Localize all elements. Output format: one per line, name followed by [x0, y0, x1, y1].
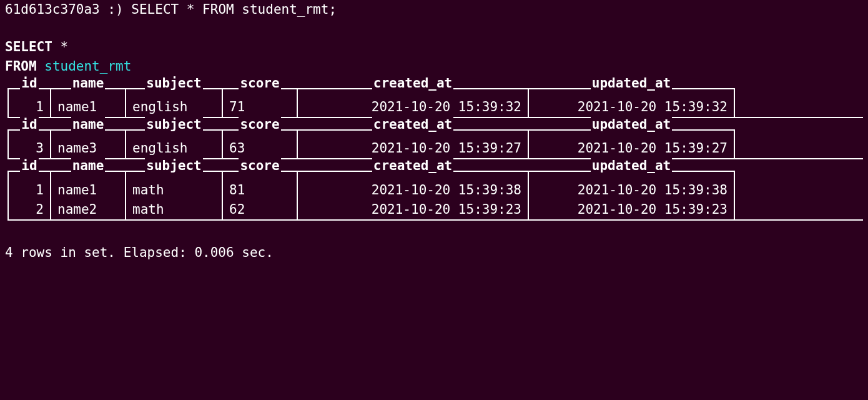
table-header-row: idnamesubjectscorecreated_atupdated_at	[7, 171, 863, 181]
cell-subject: english	[126, 98, 223, 117]
cell-id: 1	[7, 181, 51, 201]
column-header-label: created_at	[372, 115, 453, 135]
star-token: *	[61, 39, 69, 54]
cell-score: 81	[223, 181, 298, 201]
result-block: idnamesubjectscorecreated_atupdated_at1n…	[7, 88, 863, 118]
column-header-name: name	[51, 171, 126, 181]
query-echo: SELECT * FROM student_rmt	[5, 38, 863, 77]
cell-subject: math	[126, 181, 223, 201]
column-header-label: updated_at	[591, 115, 672, 135]
column-header-id: id	[7, 88, 51, 98]
column-header-subject: subject	[126, 171, 223, 181]
result-footer: 4 rows in set. Elapsed: 0.006 sec.	[5, 243, 863, 263]
table-row: 1name1math812021-10-20 15:39:382021-10-2…	[7, 181, 863, 201]
column-header-id: id	[7, 171, 51, 181]
column-header-created_at: created_at	[298, 129, 529, 139]
column-header-score: score	[223, 171, 298, 181]
column-header-label: name	[71, 156, 106, 176]
cell-score: 63	[223, 139, 298, 158]
prompt-command: SELECT * FROM student_rmt;	[131, 2, 337, 17]
cell-name: name1	[51, 98, 126, 117]
column-header-name: name	[51, 88, 126, 98]
cell-id: 1	[7, 98, 51, 117]
cell-subject: english	[126, 139, 223, 158]
cell-created_at: 2021-10-20 15:39:32	[298, 98, 529, 117]
column-header-updated_at: updated_at	[529, 129, 735, 139]
cell-name: name3	[51, 139, 126, 158]
cell-name: name2	[51, 201, 126, 219]
select-keyword: SELECT	[5, 39, 52, 54]
prompt-line[interactable]: 61d613c370a3 :) SELECT * FROM student_rm…	[5, 0, 863, 20]
column-header-id: id	[7, 129, 51, 139]
column-header-label: subject	[145, 74, 203, 94]
cell-updated_at: 2021-10-20 15:39:32	[529, 98, 735, 117]
from-keyword: FROM	[5, 59, 37, 74]
column-header-label: name	[71, 74, 106, 94]
cell-name: name1	[51, 181, 126, 201]
result-block: idnamesubjectscorecreated_atupdated_at3n…	[7, 129, 863, 159]
column-header-label: updated_at	[591, 74, 672, 94]
column-header-label: created_at	[372, 74, 453, 94]
column-header-label: updated_at	[591, 156, 672, 176]
cell-id: 3	[7, 139, 51, 158]
prompt-host: 61d613c370a3	[5, 2, 100, 17]
column-header-label: subject	[145, 156, 203, 176]
column-header-subject: subject	[126, 129, 223, 139]
cell-updated_at: 2021-10-20 15:39:27	[529, 139, 735, 158]
table-row: 2name2math622021-10-20 15:39:232021-10-2…	[7, 201, 863, 221]
column-header-label: name	[71, 115, 106, 135]
column-header-score: score	[223, 129, 298, 139]
prompt-symbol: :)	[107, 2, 123, 17]
table-header-row: idnamesubjectscorecreated_atupdated_at	[7, 129, 863, 139]
column-header-updated_at: updated_at	[529, 171, 735, 181]
column-header-subject: subject	[126, 88, 223, 98]
column-header-label: score	[239, 156, 280, 176]
column-header-label: id	[20, 156, 38, 176]
cell-created_at: 2021-10-20 15:39:27	[298, 139, 529, 158]
table-name: student_rmt	[44, 59, 131, 74]
column-header-label: created_at	[372, 156, 453, 176]
column-header-created_at: created_at	[298, 171, 529, 181]
cell-updated_at: 2021-10-20 15:39:38	[529, 181, 735, 201]
cell-id: 2	[7, 201, 51, 219]
column-header-name: name	[51, 129, 126, 139]
cell-created_at: 2021-10-20 15:39:38	[298, 181, 529, 201]
table-header-row: idnamesubjectscorecreated_atupdated_at	[7, 88, 863, 98]
column-header-score: score	[223, 88, 298, 98]
cell-subject: math	[126, 201, 223, 219]
cell-created_at: 2021-10-20 15:39:23	[298, 201, 529, 219]
column-header-label: id	[20, 74, 38, 94]
cell-score: 62	[223, 201, 298, 219]
column-header-label: id	[20, 115, 38, 135]
column-header-label: score	[239, 74, 280, 94]
column-header-label: subject	[145, 115, 203, 135]
cell-updated_at: 2021-10-20 15:39:23	[529, 201, 735, 219]
column-header-updated_at: updated_at	[529, 88, 735, 98]
column-header-label: score	[239, 115, 280, 135]
result-block: idnamesubjectscorecreated_atupdated_at1n…	[7, 171, 863, 221]
column-header-created_at: created_at	[298, 88, 529, 98]
cell-score: 71	[223, 98, 298, 117]
